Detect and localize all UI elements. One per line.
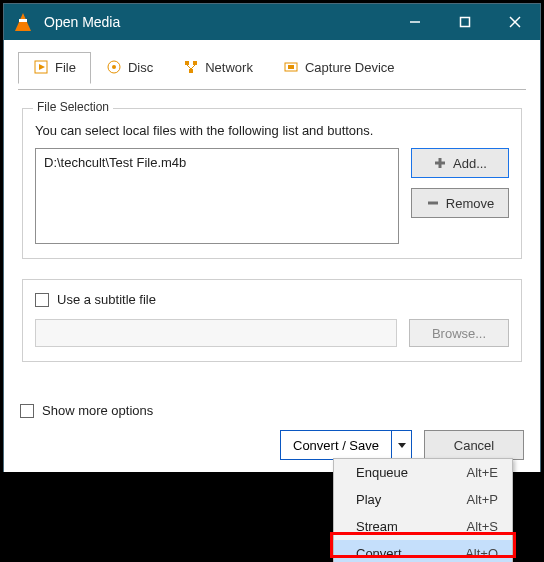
show-more-options-checkbox[interactable]: Show more options <box>4 403 540 418</box>
file-selection-legend: File Selection <box>33 100 113 114</box>
svg-line-12 <box>191 65 195 69</box>
checkbox-icon <box>20 404 34 418</box>
svg-marker-18 <box>398 443 406 448</box>
remove-button-label: Remove <box>446 196 494 211</box>
use-subtitle-label: Use a subtitle file <box>57 292 156 307</box>
tab-capture[interactable]: Capture Device <box>268 52 410 84</box>
disc-icon <box>106 59 122 75</box>
tab-bar: File Disc Network Capture Device <box>4 40 540 84</box>
show-more-label: Show more options <box>42 403 153 418</box>
browse-button: Browse... <box>409 319 509 347</box>
svg-marker-5 <box>39 64 45 70</box>
minimize-button[interactable] <box>390 4 440 40</box>
convert-save-button[interactable]: Convert / Save <box>280 430 412 460</box>
file-selection-note: You can select local files with the foll… <box>35 123 509 138</box>
network-icon <box>183 59 199 75</box>
svg-rect-1 <box>461 18 470 27</box>
svg-rect-9 <box>193 61 197 65</box>
tab-capture-label: Capture Device <box>305 60 395 75</box>
plus-icon <box>433 156 447 170</box>
maximize-button[interactable] <box>440 4 490 40</box>
svg-rect-10 <box>189 69 193 73</box>
file-list-item[interactable]: D:\techcult\Test File.m4b <box>44 155 390 170</box>
checkbox-icon <box>35 293 49 307</box>
tab-disc[interactable]: Disc <box>91 52 168 84</box>
remove-button[interactable]: Remove <box>411 188 509 218</box>
svg-point-7 <box>112 65 116 69</box>
convert-save-menu: EnqueueAlt+E PlayAlt+P StreamAlt+S Conve… <box>333 458 513 562</box>
window-title: Open Media <box>34 14 390 30</box>
close-button[interactable] <box>490 4 540 40</box>
subtitle-group: Use a subtitle file Browse... <box>22 279 522 362</box>
svg-line-11 <box>187 65 191 69</box>
titlebar[interactable]: Open Media <box>4 4 540 40</box>
add-button[interactable]: Add... <box>411 148 509 178</box>
menu-item-enqueue[interactable]: EnqueueAlt+E <box>334 459 512 486</box>
tab-file-label: File <box>55 60 76 75</box>
subtitle-path-input <box>35 319 397 347</box>
file-list[interactable]: D:\techcult\Test File.m4b <box>35 148 399 244</box>
svg-rect-14 <box>288 65 294 69</box>
menu-item-convert[interactable]: ConvertAlt+O <box>334 540 512 562</box>
add-button-label: Add... <box>453 156 487 171</box>
convert-save-label: Convert / Save <box>281 431 391 459</box>
tab-network-label: Network <box>205 60 253 75</box>
chevron-down-icon <box>397 440 407 450</box>
open-media-dialog: Open Media File Disc Network Captur <box>3 3 541 473</box>
tab-file[interactable]: File <box>18 52 91 84</box>
tab-disc-label: Disc <box>128 60 153 75</box>
use-subtitle-checkbox[interactable]: Use a subtitle file <box>35 292 509 307</box>
capture-icon <box>283 59 299 75</box>
cancel-button[interactable]: Cancel <box>424 430 524 460</box>
app-cone-icon <box>12 11 34 33</box>
dropdown-toggle[interactable] <box>391 431 411 459</box>
menu-item-stream[interactable]: StreamAlt+S <box>334 513 512 540</box>
minus-icon <box>426 196 440 210</box>
menu-item-play[interactable]: PlayAlt+P <box>334 486 512 513</box>
svg-rect-8 <box>185 61 189 65</box>
play-file-icon <box>33 59 49 75</box>
tab-network[interactable]: Network <box>168 52 268 84</box>
file-selection-group: File Selection You can select local file… <box>22 108 522 259</box>
